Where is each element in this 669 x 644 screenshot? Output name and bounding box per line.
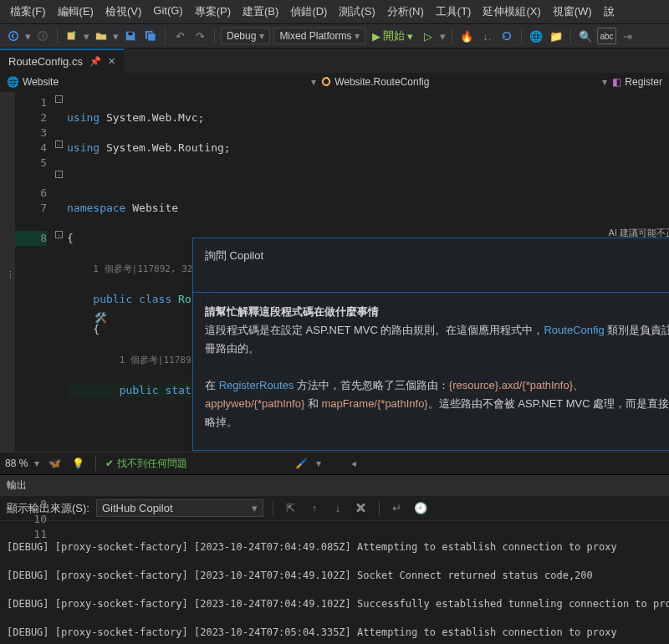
new-item-icon[interactable] (64, 28, 80, 44)
clear-icon[interactable]: 🗙 (353, 500, 370, 517)
menu-build[interactable]: 建置(B) (237, 3, 283, 21)
breadcrumb: 🌐Website ▾ 🞇Website.RouteConfig ▾ ◧Regis… (0, 73, 669, 92)
output-line: [DEBUG] [proxy-socket-factory] [2023-10-… (7, 540, 662, 555)
open-icon[interactable] (93, 28, 110, 44)
chevron-down-icon[interactable]: ▾ (84, 30, 89, 43)
code-editor[interactable]: ⋯ 123 45 6 7 8 91011 - - - - using Syste… (0, 92, 669, 452)
menu-help[interactable]: 說 (599, 3, 620, 21)
side-tabs[interactable]: ⋯ (0, 92, 15, 452)
step-icon[interactable]: ↓. (478, 28, 495, 44)
main-toolbar: ▾ ▾ ▾ ↶ ↷ Debug▾ Mixed Platforms▾ ▶ 開始 ▾… (0, 24, 669, 49)
menu-file[interactable]: 檔案(F) (5, 3, 51, 21)
timestamp-icon[interactable]: 🕘 (412, 500, 429, 517)
scroll-left-icon[interactable]: ◂ (351, 457, 356, 469)
menu-tools[interactable]: 工具(T) (431, 3, 477, 21)
refresh-icon[interactable] (498, 28, 515, 44)
ai-screwdriver-icon[interactable]: 🛠️ (94, 310, 107, 325)
output-panel-title[interactable]: 輸出 (0, 474, 669, 496)
start-button[interactable]: ▶ 開始 ▾ (369, 28, 416, 44)
fold-gutter[interactable]: - - - - (54, 92, 67, 452)
menu-analyze[interactable]: 分析(N) (382, 3, 429, 21)
menu-view[interactable]: 檢視(V) (100, 3, 146, 21)
redo-icon[interactable]: ↷ (192, 28, 208, 44)
method-icon: ◧ (612, 76, 621, 88)
config-dropdown[interactable]: Debug▾ (221, 28, 270, 44)
menu-extensions[interactable]: 延伸模組(X) (477, 3, 545, 21)
copilot-body[interactable]: 請幫忙解釋這段程式碼在做什麼事情 這段程式碼是在設定 ASP.NET MVC 的… (193, 293, 669, 450)
menu-window[interactable]: 視窗(W) (548, 3, 597, 21)
class-icon: 🞇 (321, 76, 331, 88)
tab-label: RouteConfig.cs (8, 55, 83, 68)
bug-icon[interactable]: 🦋 (46, 455, 63, 472)
copilot-title: 請幫忙解釋這段程式碼在做什麼事情 (205, 305, 379, 318)
output-line: [DEBUG] [proxy-socket-factory] [2023-10-… (7, 626, 662, 640)
output-line: [DEBUG] [proxy-socket-factory] [2023-10-… (7, 597, 662, 611)
browse-icon[interactable]: 🌐 (528, 28, 544, 44)
menu-bar: 檔案(F) 編輯(E) 檢視(V) Git(G) 專案(P) 建置(B) 偵錯(… (0, 0, 669, 24)
indent-icon[interactable]: ⇥ (620, 28, 636, 44)
tab-routeconfig[interactable]: RouteConfig.cs 📌 ✕ (0, 49, 124, 73)
chevron-down-icon[interactable]: ▾ (113, 30, 119, 43)
back-icon[interactable] (5, 28, 22, 44)
check-icon: ✔ (105, 457, 114, 469)
copilot-ask-label: 詢問 Copilot (205, 248, 669, 263)
wrap-icon[interactable]: ↵ (389, 500, 406, 517)
hot-reload-icon[interactable]: 🔥 (458, 28, 475, 44)
output-toolbar: 顯示輸出來源(S): GitHub Copilot▾ ⇱ ↑ ↓ 🗙 ↵ 🕘 (0, 496, 669, 521)
crumb-class[interactable]: 🞇Website.RouteConfig (321, 76, 429, 88)
brush-icon[interactable]: 🖌️ (293, 455, 309, 472)
output-body[interactable]: [DEBUG] [proxy-socket-factory] [2023-10-… (0, 521, 669, 644)
copilot-popup: 🛠️ AI 建議可能不正確。 詢問 Copilot ➤ 請幫忙解釋這段程式碼在做… (192, 238, 669, 451)
tab-strip: RouteConfig.cs 📌 ✕ (0, 49, 669, 73)
no-issues[interactable]: ✔找不到任何問題 (105, 457, 187, 471)
output-line: [DEBUG] [proxy-socket-factory] [2023-10-… (7, 569, 662, 583)
menu-git[interactable]: Git(G) (148, 3, 187, 21)
crumb-register[interactable]: ◧Register (612, 76, 662, 88)
menu-test[interactable]: 測試(S) (334, 3, 380, 21)
undo-icon[interactable]: ↶ (171, 28, 188, 44)
menu-debug[interactable]: 偵錯(D) (285, 3, 332, 21)
svg-point-0 (9, 32, 18, 41)
editor-status-bar: 88 % ▾ 🦋 💡 ✔找不到任何問題 🖌️ ▾ ◂ (0, 452, 669, 474)
forward-icon[interactable] (34, 28, 51, 44)
close-icon[interactable]: ✕ (108, 56, 115, 67)
crumb-website[interactable]: 🌐Website (7, 76, 59, 88)
pin-icon[interactable]: 📌 (89, 56, 101, 67)
next-icon[interactable]: ↓ (329, 500, 346, 517)
svg-point-1 (38, 32, 48, 41)
output-source-dropdown[interactable]: GitHub Copilot▾ (96, 499, 263, 517)
line-numbers: 123 45 6 7 8 91011 (15, 92, 54, 452)
chevron-down-icon[interactable]: ▾ (25, 30, 31, 43)
lightbulb-icon[interactable]: 💡 (69, 455, 86, 472)
svg-rect-3 (128, 33, 132, 36)
save-icon[interactable] (122, 28, 139, 44)
prev-icon[interactable]: ↑ (306, 500, 323, 517)
find-icon[interactable]: 🔍 (577, 28, 594, 44)
code-area[interactable]: using System.Web.Mvc; using System.Web.R… (67, 92, 669, 452)
abc-icon[interactable]: abc (597, 28, 615, 44)
save-all-icon[interactable] (142, 28, 159, 44)
globe-icon: 🌐 (7, 76, 19, 88)
menu-project[interactable]: 專案(P) (190, 3, 236, 21)
platform-dropdown[interactable]: Mixed Platforms▾ (273, 28, 365, 44)
start-no-debug-icon[interactable]: ▷ (420, 28, 437, 44)
folder-icon[interactable]: 📁 (548, 28, 564, 44)
menu-edit[interactable]: 編輯(E) (53, 3, 99, 21)
goto-icon[interactable]: ⇱ (283, 500, 299, 517)
chevron-down-icon[interactable]: ▾ (440, 30, 446, 43)
